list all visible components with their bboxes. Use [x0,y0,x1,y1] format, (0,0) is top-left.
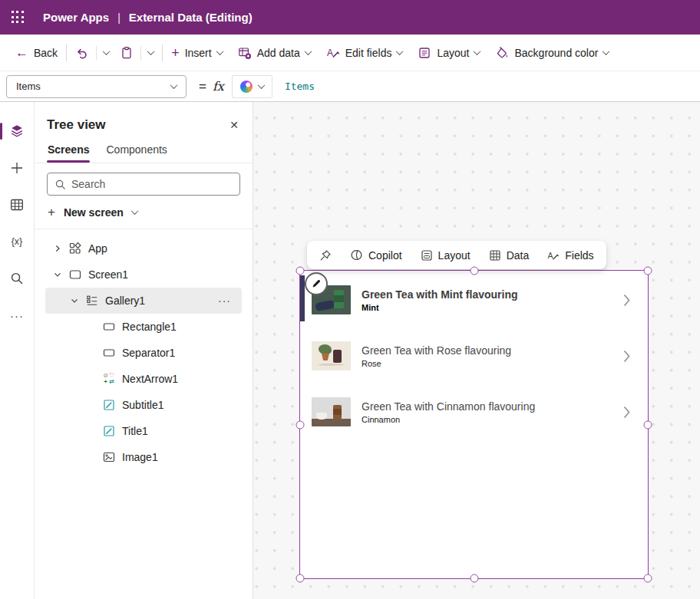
tree-view-icon [9,123,25,139]
item-title[interactable]: Green Tea with Rose flavouring [362,344,511,357]
next-arrow-icon[interactable] [622,405,631,420]
chevron-right-icon[interactable] [53,244,62,253]
copilot-formula-button[interactable] [232,75,272,98]
context-data-button[interactable]: Data [489,249,530,262]
tree-item-nextarrow1[interactable]: ⊘♡+⇄ NextArrow1 [45,366,242,392]
data-table-icon [9,197,25,212]
title-bar: Power Apps | External Data (Editing) [0,0,700,35]
equals-sign: = [199,79,206,94]
gallery-control[interactable]: Green Tea with Mint flavouring Mint Gree… [299,270,649,579]
formula-input[interactable]: Items [285,81,315,92]
undo-menu-chevron-icon[interactable] [103,48,111,55]
context-copilot-button[interactable]: Copilot [350,248,402,262]
pin-icon[interactable] [319,249,332,262]
selection-handle-bottom-center[interactable] [470,574,478,583]
label-pen-icon [102,424,116,438]
background-color-button[interactable]: Background color [495,46,609,60]
close-icon[interactable]: ✕ [229,119,239,131]
tree-item-separator1[interactable]: Separator1 [45,340,242,366]
selection-handle-middle-right[interactable] [644,420,652,429]
next-arrow-icon[interactable] [622,349,631,364]
item-title[interactable]: Green Tea with Cinnamon flavouring [362,400,535,413]
toolbar-divider [96,46,97,60]
toolbar-divider [140,46,141,60]
back-button[interactable]: ← Back [15,46,58,59]
paste-menu-chevron-icon[interactable] [147,48,155,55]
tree-item-title1[interactable]: Title1 [45,418,242,444]
tree-item-screen1[interactable]: Screen1 [45,262,242,288]
edit-fields-icon: A [326,46,340,60]
background-color-chevron-icon [603,48,610,55]
new-screen-chevron-icon [130,207,138,215]
gallery-item[interactable]: Green Tea with Cinnamon flavouring Cinna… [300,389,648,435]
rail-variables-button[interactable]: {x} [0,223,34,260]
add-data-button[interactable]: Add data [238,46,311,60]
variables-icon: {x} [12,236,23,247]
tab-components[interactable]: Components [105,139,167,163]
image-icon [102,450,116,464]
selection-handle-top-right[interactable] [644,267,652,275]
tree-item-app[interactable]: App [45,235,242,262]
item-title[interactable]: Green Tea with Mint flavouring [362,288,518,301]
undo-button[interactable] [75,46,89,60]
tree-item-subtitle1[interactable]: Subtitle1 [45,392,242,418]
edit-fields-button[interactable]: A Edit fields [326,46,403,60]
brand-name: Power Apps [43,11,109,24]
selection-handle-bottom-right[interactable] [644,574,652,583]
search-input[interactable] [71,178,233,190]
paste-button[interactable] [120,46,134,60]
tree-item-rectangle1[interactable]: Rectangle1 [45,314,242,340]
background-color-icon [495,46,509,60]
property-selector[interactable]: Items [6,75,187,98]
tree-item-image1[interactable]: Image1 [45,444,242,470]
plus-icon: + [48,206,55,219]
gallery-item[interactable]: Green Tea with Rose flavouring Rose [300,333,648,379]
rectangle-icon [102,346,116,360]
insert-button[interactable]: + Insert [171,46,223,60]
product-image[interactable] [312,341,351,370]
icon-control-icon: ⊘♡+⇄ [102,373,116,386]
selection-handle-bottom-left[interactable] [296,574,305,583]
item-subtitle[interactable]: Mint [362,303,518,312]
chevron-down-icon[interactable] [53,270,62,279]
svg-text:A: A [548,250,553,259]
data-grid-icon [489,249,501,262]
gallery-item[interactable]: Green Tea with Mint flavouring Mint [300,277,648,323]
waffle-icon [12,11,25,24]
design-canvas[interactable]: Copilot Layout Data A Fields [253,102,700,599]
tree-view-tabs: Screens Components [35,139,253,163]
rail-search-button[interactable] [0,260,34,297]
search-icon [9,271,25,286]
next-arrow-icon[interactable] [622,293,631,308]
pencil-icon [311,278,322,289]
toolbar-divider [66,44,67,61]
chevron-down-icon[interactable] [70,296,79,305]
rail-more-button[interactable]: ··· [0,297,34,334]
selection-handle-top-center[interactable] [470,267,478,275]
rail-insert-button[interactable] [0,150,34,186]
edit-template-button[interactable] [305,272,328,295]
fields-icon: A [547,249,560,262]
app-launcher-button[interactable] [0,0,35,35]
copilot-chevron-icon [257,81,265,89]
command-toolbar: ← Back + Insert Add [0,35,700,71]
context-layout-button[interactable]: Layout [421,249,471,262]
tree-view-panel: Tree view ✕ Screens Components + New scr… [35,102,253,599]
rail-tree-view-button[interactable] [0,113,34,150]
item-subtitle[interactable]: Cinnamon [362,415,535,424]
tree-item-gallery1[interactable]: Gallery1 ··· [45,288,242,314]
title-divider: | [117,12,121,24]
tab-screens[interactable]: Screens [47,139,90,163]
more-options-icon[interactable]: ··· [218,295,242,307]
selection-handle-middle-left[interactable] [296,420,305,429]
selection-handle-top-left[interactable] [296,267,305,275]
new-screen-button[interactable]: + New screen [35,196,253,229]
tree-search-box [47,173,240,196]
gallery-icon [85,294,99,308]
clipboard-icon [120,46,134,60]
item-subtitle[interactable]: Rose [362,359,511,368]
context-fields-button[interactable]: A Fields [547,249,593,262]
product-image[interactable] [312,397,351,426]
rail-data-button[interactable] [0,186,34,223]
layout-button[interactable]: Layout [418,46,480,60]
